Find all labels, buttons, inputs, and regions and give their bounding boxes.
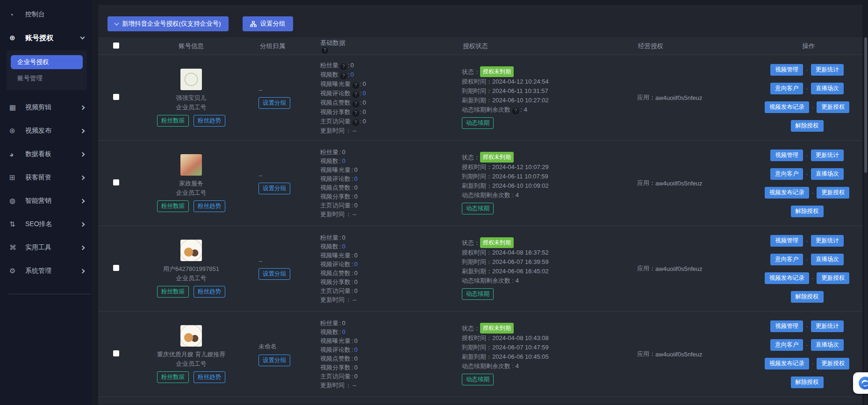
stat-value[interactable]: 0 <box>342 157 345 164</box>
chevron-down-icon <box>115 21 119 26</box>
stat-value[interactable]: 0 <box>351 71 354 78</box>
action-button-2[interactable]: 意向客户 <box>770 83 803 94</box>
fans-trend-button[interactable]: 粉丝趋势 <box>194 286 225 298</box>
action-button-3[interactable]: 直播场次 <box>811 339 844 351</box>
fans-trend-button[interactable]: 粉丝趋势 <box>194 115 225 127</box>
set-group-row-button[interactable]: 设置分组 <box>258 268 290 280</box>
action-button-3[interactable]: 直播场次 <box>811 83 844 94</box>
stat-value[interactable]: 0 <box>354 261 358 268</box>
scrollbar-thumb[interactable] <box>864 37 867 173</box>
action-button-0[interactable]: 视频管理 <box>770 320 803 332</box>
ranking-icon: ⇅ <box>9 220 21 228</box>
fans-data-button[interactable]: 粉丝数据 <box>157 200 189 212</box>
row-checkbox[interactable] <box>113 94 119 100</box>
colon: ： <box>486 344 492 351</box>
action-button-4[interactable]: 视频发布记录 <box>765 101 809 113</box>
action-button-3[interactable]: 直播场次 <box>811 168 844 180</box>
action-button-6[interactable]: 解除授权 <box>791 120 824 132</box>
stat-value[interactable]: 0 <box>354 346 358 353</box>
sidebar-subitem-1[interactable]: 账号管理 <box>11 71 83 85</box>
row-checkbox[interactable] <box>113 265 119 271</box>
stat-line: 视频点赞数:0 <box>320 269 460 277</box>
sidebar-item-label: 账号授权 <box>25 34 81 43</box>
row-actions-cell: 视频管理-更新统计意向客户-直播场次视频发布记录-更新授权解除授权 <box>729 235 862 303</box>
actions-line: 视频管理-更新统计 <box>770 64 843 76</box>
actions-line: 视频管理-更新统计 <box>770 149 843 161</box>
stat-value[interactable]: 0 <box>354 175 358 182</box>
colon: : <box>352 364 353 371</box>
action-button-6[interactable]: 解除授权 <box>791 206 824 217</box>
account-buttons: 粉丝数据 粉丝趋势 <box>157 115 225 127</box>
action-button-5[interactable]: 更新授权 <box>817 101 849 113</box>
actions-line: 解除授权 <box>791 206 824 217</box>
colon: ： <box>486 87 492 94</box>
action-button-2[interactable]: 意向客户 <box>770 254 803 265</box>
colon: ： <box>486 163 492 171</box>
sidebar-item-1[interactable]: ⊕账号授权 <box>0 26 92 50</box>
actions-line: 解除授权 <box>791 120 824 132</box>
select-all-checkbox[interactable] <box>113 43 119 49</box>
action-button-4[interactable]: 视频发布记录 <box>765 272 809 284</box>
set-group-row-button[interactable]: 设置分组 <box>258 183 290 194</box>
action-button-1[interactable]: 更新统计 <box>811 235 844 247</box>
group-value: -- <box>258 172 263 179</box>
action-button-0[interactable]: 视频管理 <box>770 149 803 161</box>
sidebar-item-6[interactable]: ◍智能营销 <box>0 189 92 213</box>
action-button-5[interactable]: 更新授权 <box>817 358 849 369</box>
action-button-1[interactable]: 更新统计 <box>811 149 844 161</box>
action-button-4[interactable]: 视频发布记录 <box>765 187 809 199</box>
sidebar-item-0[interactable]: ◔控制台 <box>0 3 92 26</box>
sidebar-subitem-0[interactable]: 企业号授权 <box>11 55 83 69</box>
update-time-label: 更新时间 <box>320 296 344 303</box>
stat-label: 视频评论数 <box>320 261 351 268</box>
add-enterprise-auth-button[interactable]: 新增抖音企业号授权(仅支持企业号) <box>108 16 229 31</box>
action-button-1[interactable]: 更新统计 <box>811 64 844 76</box>
sidebar-item-2[interactable]: ▦视频剪辑 <box>0 96 92 119</box>
action-button-2[interactable]: 意向客户 <box>770 168 803 180</box>
help-icon <box>340 73 347 79</box>
expire-time-value: 2024-06-11 10:07:59 <box>492 173 548 180</box>
dash-separator: - <box>806 237 808 244</box>
action-button-0[interactable]: 视频管理 <box>770 64 803 76</box>
stat-value[interactable]: 0 <box>363 90 366 97</box>
fans-trend-button[interactable]: 粉丝趋势 <box>194 371 225 383</box>
sidebar-item-9[interactable]: ⚙系统管理 <box>0 259 92 283</box>
set-group-toolbar-button[interactable]: 设置分组 <box>243 16 293 31</box>
vertical-scrollbar[interactable] <box>864 37 867 405</box>
action-button-5[interactable]: 更新授权 <box>817 272 849 284</box>
stat-value[interactable]: 0 <box>342 328 345 335</box>
action-button-6[interactable]: 解除授权 <box>791 377 824 388</box>
row-actions-cell: 视频管理-更新统计意向客户-直播场次视频发布记录-更新授权解除授权 <box>729 320 862 388</box>
colon: ： <box>486 334 492 341</box>
fans-trend-button[interactable]: 粉丝趋势 <box>194 200 225 212</box>
dynamic-renew-button[interactable]: 动态续期 <box>462 203 494 214</box>
fans-data-button[interactable]: 粉丝数据 <box>157 371 189 383</box>
colon: : <box>352 346 353 353</box>
action-button-1[interactable]: 更新统计 <box>811 320 844 332</box>
customer-service-widget[interactable] <box>853 372 868 394</box>
action-button-0[interactable]: 视频管理 <box>770 235 803 247</box>
sidebar-item-5[interactable]: ⊞获客留资 <box>0 166 92 189</box>
fans-data-button[interactable]: 粉丝数据 <box>157 115 189 127</box>
action-button-2[interactable]: 意向客户 <box>770 339 803 351</box>
row-checkbox[interactable] <box>113 179 119 185</box>
chevron-right-icon <box>80 245 85 250</box>
colon: ： <box>345 296 352 303</box>
action-button-6[interactable]: 解除授权 <box>791 291 824 303</box>
row-checkbox[interactable] <box>113 350 119 356</box>
sidebar-item-8[interactable]: ⌘实用工具 <box>0 236 92 259</box>
stat-value[interactable]: 0 <box>342 243 345 250</box>
set-group-row-button[interactable]: 设置分组 <box>258 97 290 109</box>
action-button-5[interactable]: 更新授权 <box>817 187 849 199</box>
dynamic-renew-button[interactable]: 动态续期 <box>462 117 494 129</box>
sidebar-item-3[interactable]: ⊛视频发布 <box>0 119 92 142</box>
set-group-row-button[interactable]: 设置分组 <box>258 355 290 366</box>
colon: : <box>352 193 353 200</box>
dynamic-renew-button[interactable]: 动态续期 <box>462 374 494 385</box>
action-button-3[interactable]: 直播场次 <box>811 254 844 265</box>
sidebar-item-4[interactable]: ◕数据看板 <box>0 142 92 166</box>
sidebar-item-7[interactable]: ⇅SEO排名 <box>0 213 92 236</box>
fans-data-button[interactable]: 粉丝数据 <box>157 286 189 298</box>
dynamic-renew-button[interactable]: 动态续期 <box>462 288 494 300</box>
action-button-4[interactable]: 视频发布记录 <box>765 358 809 369</box>
